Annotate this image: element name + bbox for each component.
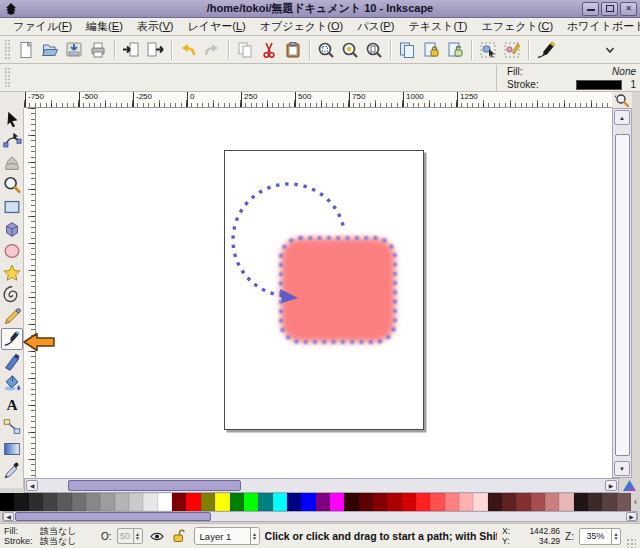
palette-swatch[interactable]	[588, 493, 602, 511]
stroke-color-swatch[interactable]	[576, 80, 622, 90]
tool-rectangle-icon[interactable]	[1, 196, 23, 218]
palette-swatch[interactable]	[43, 493, 57, 511]
palette-scrollbar-left-arrow-icon[interactable]: ◀	[3, 512, 14, 521]
palette-swatch[interactable]	[72, 493, 86, 511]
zoom-page-icon[interactable]	[362, 38, 386, 62]
palette-swatch[interactable]	[473, 493, 487, 511]
tool-pencil-icon[interactable]	[1, 306, 23, 328]
unlink-clone-icon[interactable]	[443, 38, 467, 62]
toolbar-overflow-chevron-icon[interactable]	[598, 38, 622, 62]
horizontal-ruler[interactable]: -750-500-250025050075010001250	[24, 92, 612, 108]
menu-item-t[interactable]: テキスト(T)	[401, 18, 474, 35]
export-icon[interactable]	[143, 38, 167, 62]
open-document-icon[interactable]	[38, 38, 62, 62]
palette-swatch[interactable]	[86, 493, 100, 511]
horizontal-scrollbar-thumb[interactable]	[68, 480, 241, 491]
palette-swatch[interactable]	[14, 493, 28, 511]
print-icon[interactable]	[86, 38, 110, 62]
scroll-up-arrow-icon[interactable]: ▲	[614, 110, 630, 125]
palette-swatch[interactable]	[574, 493, 588, 511]
opacity-spinbox[interactable]: 50 ▲▼	[117, 528, 143, 544]
undo-icon[interactable]	[176, 38, 200, 62]
palette-swatch[interactable]	[158, 493, 172, 511]
palette-swatch[interactable]	[201, 493, 215, 511]
tool-pen-bezier-icon[interactable]	[1, 328, 23, 350]
menu-item-e[interactable]: 編集(E)	[79, 18, 130, 35]
blurred-rect-shape[interactable]	[281, 238, 395, 342]
palette-swatch[interactable]	[258, 493, 272, 511]
palette-swatch[interactable]	[416, 493, 430, 511]
window-resize-grip[interactable]	[626, 538, 636, 548]
zoom-spinbox[interactable]: 35% ▲▼	[579, 528, 621, 545]
palette-scroll-left-icon[interactable]: ‹	[631, 493, 640, 511]
palette-swatch[interactable]	[617, 493, 631, 511]
tool-tweak-icon[interactable]	[1, 152, 23, 174]
redo-icon[interactable]	[200, 38, 224, 62]
copy-icon[interactable]	[233, 38, 257, 62]
tool-calligraphy-icon[interactable]	[1, 350, 23, 372]
palette-swatch[interactable]	[330, 493, 344, 511]
tool-paint-bucket-icon[interactable]	[1, 372, 23, 394]
scroll-right-arrow-icon[interactable]: ▶	[605, 480, 617, 491]
edit-paths-dialog-icon[interactable]	[500, 38, 524, 62]
menu-item-l[interactable]: レイヤー(L)	[180, 18, 252, 35]
horizontal-scrollbar[interactable]: ◀ ▶	[24, 478, 619, 493]
palette-swatch[interactable]	[57, 493, 71, 511]
palette-swatch[interactable]	[387, 493, 401, 511]
tool-gradient-icon[interactable]	[1, 438, 23, 460]
palette-swatch[interactable]	[402, 493, 416, 511]
palette-swatch[interactable]	[445, 493, 459, 511]
palette-swatch[interactable]	[502, 493, 516, 511]
tool-node-edit-icon[interactable]	[1, 130, 23, 152]
tool-controls-grip-handle[interactable]	[4, 67, 10, 89]
menu-item-f[interactable]: ファイル(F)	[6, 18, 79, 35]
maximize-button[interactable]	[601, 2, 618, 16]
palette-swatch[interactable]	[186, 493, 200, 511]
scroll-down-arrow-icon[interactable]: ▼	[614, 461, 630, 476]
palette-swatch[interactable]	[29, 493, 43, 511]
tool-spiral-icon[interactable]	[1, 284, 23, 306]
palette-swatch[interactable]	[115, 493, 129, 511]
tool-ellipse-icon[interactable]	[1, 240, 23, 262]
layer-visibility-eye-icon[interactable]	[148, 528, 166, 544]
palette-swatch[interactable]	[459, 493, 473, 511]
close-button[interactable]: ✕	[620, 2, 637, 16]
minimize-button[interactable]	[582, 2, 599, 16]
new-document-icon[interactable]	[14, 38, 38, 62]
menu-item-o[interactable]: オブジェクト(O)	[253, 18, 350, 35]
zoom-drawing-icon[interactable]	[338, 38, 362, 62]
menu-item-r[interactable]: ホワイトボード(R)	[560, 18, 640, 35]
palette-swatch[interactable]	[602, 493, 616, 511]
zoom-selection-icon[interactable]	[314, 38, 338, 62]
palette-swatch[interactable]	[143, 493, 157, 511]
palette-swatch[interactable]	[129, 493, 143, 511]
layer-spinner-icon[interactable]: ▲▼	[250, 528, 259, 544]
pen-editor-icon[interactable]	[533, 38, 557, 62]
palette-swatch[interactable]	[344, 493, 358, 511]
tool-box-3d-icon[interactable]	[1, 218, 23, 240]
palette-swatch[interactable]	[100, 493, 114, 511]
palette-scrollbar-thumb[interactable]	[15, 512, 211, 521]
layer-selector[interactable]: Layer 1 ▲▼	[194, 527, 260, 545]
palette-swatch[interactable]	[287, 493, 301, 511]
layer-lock-open-icon[interactable]	[171, 528, 189, 544]
zoom-corner-button[interactable]	[612, 92, 632, 108]
menu-item-c[interactable]: エフェクト(C)	[474, 18, 560, 35]
palette-swatch[interactable]	[0, 493, 14, 511]
palette-swatch[interactable]	[316, 493, 330, 511]
scroll-left-arrow-icon[interactable]: ◀	[26, 480, 38, 491]
fill-stroke-indicator[interactable]: Fill: None Stroke: 1	[496, 65, 636, 91]
color-wheel-icon[interactable]	[621, 478, 638, 493]
palette-swatch[interactable]	[545, 493, 559, 511]
palette-scrollbar-right-arrow-icon[interactable]: ▶	[626, 512, 637, 521]
palette-swatch[interactable]	[516, 493, 530, 511]
palette-swatch[interactable]	[430, 493, 444, 511]
menu-item-p[interactable]: パス(P)	[350, 18, 401, 35]
duplicate-icon[interactable]	[395, 38, 419, 62]
import-icon[interactable]	[119, 38, 143, 62]
tool-connector-icon[interactable]	[1, 416, 23, 438]
palette-swatch[interactable]	[172, 493, 186, 511]
opacity-spinner-icon[interactable]: ▲▼	[133, 529, 142, 543]
palette-swatch[interactable]	[301, 493, 315, 511]
zoom-spinner-icon[interactable]: ▲▼	[611, 529, 620, 544]
